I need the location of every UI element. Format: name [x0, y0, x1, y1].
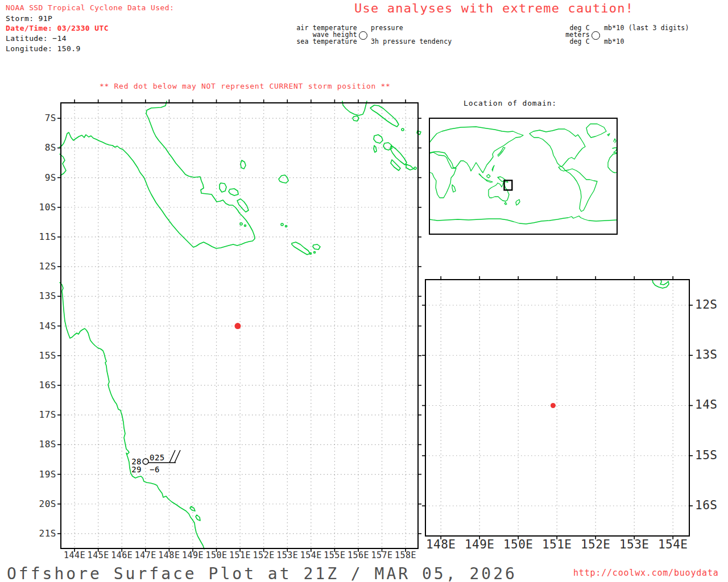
storm-position-dot — [551, 403, 556, 408]
y-tick-label: 10S — [23, 202, 56, 213]
storm-longitude: Longitude: 150.9 — [6, 44, 81, 53]
islet — [245, 225, 246, 227]
y-tick-label: 8S — [23, 142, 56, 153]
island — [279, 175, 288, 183]
coastline — [429, 152, 456, 198]
offshore-surface-plot: NOAA SSD Tropical Cyclone Data Used: Sto… — [0, 0, 728, 582]
y-tick-label: 12S — [23, 261, 56, 272]
island — [313, 244, 320, 250]
legend-pressure: pressure — [371, 24, 403, 32]
coastline — [489, 182, 509, 201]
island — [487, 174, 490, 178]
caution-headline: Use analyses with extreme caution! — [354, 1, 634, 15]
y-tick-label: 15S — [23, 350, 56, 361]
coastline — [479, 174, 493, 182]
y-tick-label: 21S — [23, 528, 56, 539]
world-inset-map — [429, 118, 617, 234]
y-tick-label: 13S — [695, 348, 728, 361]
station-pressure: 025 — [150, 453, 165, 462]
coastline — [60, 101, 255, 248]
island — [196, 515, 200, 521]
y-tick-label: 15S — [695, 448, 728, 462]
coastline — [608, 153, 617, 173]
zoom-map — [425, 280, 689, 536]
y-tick-label: 20S — [23, 498, 56, 509]
island — [492, 165, 494, 171]
storm-id: Storm: 91P — [6, 14, 52, 23]
island — [229, 189, 238, 196]
station-circle-icon — [592, 31, 600, 40]
zoom-map-grid — [422, 276, 693, 539]
island — [374, 146, 377, 152]
island — [586, 124, 606, 138]
x-tick-label: 150E — [501, 538, 535, 551]
island — [237, 199, 249, 212]
x-tick-label: 153E — [617, 538, 651, 551]
inset-title: Location of domain: — [464, 99, 557, 107]
coastline — [530, 129, 585, 171]
island — [452, 185, 456, 192]
station-pressure-tendency: −6 — [150, 465, 160, 474]
y-tick-label: 9S — [23, 172, 56, 183]
island — [374, 135, 383, 143]
island — [390, 146, 407, 165]
coastline — [429, 127, 523, 173]
station-plot: 28 025 29 −6 — [131, 450, 180, 474]
zoom-map-overlay — [551, 403, 556, 408]
islet — [281, 223, 283, 226]
coastline — [565, 169, 597, 211]
y-tick-label: 13S — [23, 290, 56, 301]
storm-datetime: Date/Time: 03/2330 UTC — [6, 24, 109, 32]
islet — [310, 253, 312, 255]
storm-position-dot — [234, 323, 241, 329]
y-tick-label: 19S — [23, 469, 56, 480]
legend-mb10-last3: mb*10 (last 3 digits) — [604, 24, 689, 32]
islet — [314, 252, 316, 253]
island — [498, 177, 508, 182]
islet — [286, 226, 287, 227]
coastline — [60, 282, 204, 549]
wind-barb-icon — [169, 450, 175, 463]
y-tick-label: 16S — [695, 498, 728, 512]
legend-degc-bottom: deg C — [569, 38, 590, 45]
legend-sea-temperature: sea temperature — [296, 38, 357, 45]
legend-pressure-tendency: 3h pressure tendency — [371, 38, 452, 45]
x-tick-label: 158E — [388, 550, 423, 560]
island — [391, 160, 400, 171]
y-tick-label: 7S — [23, 113, 56, 123]
plot-title: Offshore Surface Plot at 21Z / MAR 05, 2… — [7, 564, 517, 582]
islet — [402, 128, 404, 131]
wind-barb-icon — [175, 450, 180, 463]
main-map-overlay — [234, 323, 241, 329]
island — [504, 202, 507, 205]
x-tick-label: 148E — [424, 538, 458, 551]
island — [370, 105, 399, 127]
y-tick-label: 16S — [23, 380, 56, 390]
x-tick-label: 151E — [540, 538, 574, 551]
island — [607, 134, 610, 136]
y-tick-label: 14S — [23, 321, 56, 331]
x-tick-label: 154E — [656, 538, 690, 551]
station-circle-icon — [359, 31, 367, 40]
y-tick-label: 11S — [23, 231, 56, 242]
coastline — [429, 216, 617, 224]
islet — [240, 223, 242, 225]
x-tick-label: 149E — [462, 538, 497, 551]
main-map: 28 025 29 −6 — [61, 103, 418, 548]
island — [516, 199, 520, 205]
island — [614, 139, 616, 143]
station-sea-temp: 29 — [131, 465, 142, 474]
island — [220, 183, 226, 192]
islet — [414, 167, 416, 169]
noaa-data-line: NOAA SSD Tropical Cyclone Data Used: — [6, 3, 174, 12]
y-tick-label: 18S — [23, 439, 56, 450]
island — [292, 242, 310, 255]
zoom-map-coastlines — [652, 280, 669, 288]
world-coastlines — [429, 124, 617, 224]
coastline — [652, 280, 669, 288]
y-tick-label: 17S — [23, 409, 56, 420]
x-tick-label: 152E — [578, 538, 613, 551]
island — [406, 164, 413, 170]
y-tick-label: 14S — [695, 398, 728, 411]
source-url-link[interactable]: http://coolwx.com/buoydata — [573, 568, 719, 578]
